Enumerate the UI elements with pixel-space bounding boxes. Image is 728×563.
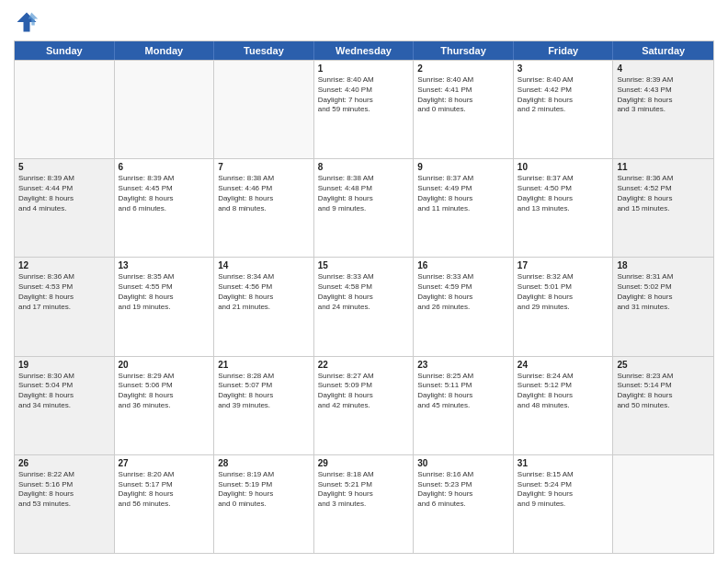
day-cell-15: 15Sunrise: 8:33 AM Sunset: 4:58 PM Dayli… — [314, 258, 415, 355]
cell-info: Sunrise: 8:39 AM Sunset: 4:43 PM Dayligh… — [617, 75, 710, 115]
day-number: 1 — [318, 63, 410, 74]
day-cell-9: 9Sunrise: 8:37 AM Sunset: 4:49 PM Daylig… — [414, 159, 514, 257]
day-number: 13 — [119, 260, 210, 270]
cell-info: Sunrise: 8:29 AM Sunset: 5:06 PM Dayligh… — [119, 372, 210, 411]
cell-info: Sunrise: 8:37 AM Sunset: 4:50 PM Dayligh… — [518, 174, 609, 213]
day-cell-29: 29Sunrise: 8:18 AM Sunset: 5:21 PM Dayli… — [314, 455, 415, 553]
day-cell-3: 3Sunrise: 8:40 AM Sunset: 4:42 PM Daylig… — [514, 61, 614, 158]
day-cell-28: 28Sunrise: 8:19 AM Sunset: 5:19 PM Dayli… — [214, 455, 314, 553]
day-number: 22 — [318, 360, 410, 370]
logo — [14, 9, 43, 35]
header-cell-monday: Monday — [115, 41, 215, 60]
day-cell-14: 14Sunrise: 8:34 AM Sunset: 4:56 PM Dayli… — [214, 258, 314, 355]
day-cell-4: 4Sunrise: 8:39 AM Sunset: 4:43 PM Daylig… — [613, 61, 713, 158]
day-number: 25 — [617, 360, 710, 370]
cell-info: Sunrise: 8:38 AM Sunset: 4:46 PM Dayligh… — [218, 174, 310, 213]
cell-info: Sunrise: 8:39 AM Sunset: 4:45 PM Dayligh… — [119, 174, 210, 213]
day-cell-17: 17Sunrise: 8:32 AM Sunset: 5:01 PM Dayli… — [514, 258, 614, 355]
day-cell-1: 1Sunrise: 8:40 AM Sunset: 4:40 PM Daylig… — [314, 61, 415, 158]
calendar-header: SundayMondayTuesdayWednesdayThursdayFrid… — [15, 41, 713, 60]
cell-info: Sunrise: 8:34 AM Sunset: 4:56 PM Dayligh… — [218, 272, 310, 312]
cell-info: Sunrise: 8:18 AM Sunset: 5:21 PM Dayligh… — [318, 470, 410, 510]
day-number: 20 — [119, 360, 210, 370]
cell-info: Sunrise: 8:24 AM Sunset: 5:12 PM Dayligh… — [518, 372, 609, 411]
cell-info: Sunrise: 8:30 AM Sunset: 5:04 PM Dayligh… — [18, 372, 110, 411]
cell-info: Sunrise: 8:15 AM Sunset: 5:24 PM Dayligh… — [518, 470, 609, 510]
cell-info: Sunrise: 8:40 AM Sunset: 4:41 PM Dayligh… — [417, 75, 509, 115]
day-number: 3 — [518, 63, 609, 74]
empty-cell-0-1 — [115, 61, 215, 158]
day-cell-7: 7Sunrise: 8:38 AM Sunset: 4:46 PM Daylig… — [214, 159, 314, 257]
day-number: 18 — [617, 260, 710, 270]
day-cell-31: 31Sunrise: 8:15 AM Sunset: 5:24 PM Dayli… — [514, 455, 614, 553]
day-number: 21 — [218, 360, 310, 370]
cell-info: Sunrise: 8:22 AM Sunset: 5:16 PM Dayligh… — [18, 470, 110, 510]
cell-info: Sunrise: 8:23 AM Sunset: 5:14 PM Dayligh… — [617, 372, 710, 411]
day-number: 29 — [318, 458, 410, 468]
empty-cell-0-0 — [15, 61, 115, 158]
day-number: 9 — [417, 162, 509, 172]
cell-info: Sunrise: 8:32 AM Sunset: 5:01 PM Dayligh… — [518, 272, 609, 312]
day-number: 17 — [518, 260, 609, 270]
cell-info: Sunrise: 8:16 AM Sunset: 5:23 PM Dayligh… — [417, 470, 509, 510]
day-number: 14 — [218, 260, 310, 270]
day-cell-19: 19Sunrise: 8:30 AM Sunset: 5:04 PM Dayli… — [15, 357, 115, 454]
cell-info: Sunrise: 8:36 AM Sunset: 4:53 PM Dayligh… — [18, 272, 110, 312]
day-number: 10 — [518, 162, 609, 172]
day-number: 6 — [119, 162, 210, 172]
empty-cell-4-6 — [613, 455, 713, 553]
header — [14, 9, 714, 35]
header-cell-sunday: Sunday — [15, 41, 115, 60]
day-cell-12: 12Sunrise: 8:36 AM Sunset: 4:53 PM Dayli… — [15, 258, 115, 355]
calendar-row-3: 19Sunrise: 8:30 AM Sunset: 5:04 PM Dayli… — [15, 356, 713, 454]
day-cell-2: 2Sunrise: 8:40 AM Sunset: 4:41 PM Daylig… — [414, 61, 514, 158]
day-cell-10: 10Sunrise: 8:37 AM Sunset: 4:50 PM Dayli… — [514, 159, 614, 257]
day-number: 7 — [218, 162, 310, 172]
cell-info: Sunrise: 8:38 AM Sunset: 4:48 PM Dayligh… — [318, 174, 410, 213]
cell-info: Sunrise: 8:35 AM Sunset: 4:55 PM Dayligh… — [119, 272, 210, 312]
day-number: 11 — [617, 162, 710, 172]
cell-info: Sunrise: 8:40 AM Sunset: 4:42 PM Dayligh… — [518, 75, 609, 115]
empty-cell-0-2 — [214, 61, 314, 158]
header-cell-friday: Friday — [514, 41, 614, 60]
day-number: 26 — [18, 458, 110, 468]
cell-info: Sunrise: 8:39 AM Sunset: 4:44 PM Dayligh… — [18, 174, 110, 213]
day-number: 31 — [518, 458, 609, 468]
calendar-row-1: 5Sunrise: 8:39 AM Sunset: 4:44 PM Daylig… — [15, 158, 713, 257]
cell-info: Sunrise: 8:33 AM Sunset: 4:59 PM Dayligh… — [417, 272, 509, 312]
day-cell-13: 13Sunrise: 8:35 AM Sunset: 4:55 PM Dayli… — [115, 258, 215, 355]
day-number: 16 — [417, 260, 509, 270]
day-number: 27 — [119, 458, 210, 468]
day-cell-23: 23Sunrise: 8:25 AM Sunset: 5:11 PM Dayli… — [414, 357, 514, 454]
day-cell-21: 21Sunrise: 8:28 AM Sunset: 5:07 PM Dayli… — [214, 357, 314, 454]
day-number: 15 — [318, 260, 410, 270]
day-number: 8 — [318, 162, 410, 172]
page: SundayMondayTuesdayWednesdayThursdayFrid… — [0, 0, 728, 563]
header-cell-saturday: Saturday — [613, 41, 713, 60]
header-cell-thursday: Thursday — [414, 41, 514, 60]
day-cell-30: 30Sunrise: 8:16 AM Sunset: 5:23 PM Dayli… — [414, 455, 514, 553]
day-number: 30 — [417, 458, 509, 468]
calendar-row-2: 12Sunrise: 8:36 AM Sunset: 4:53 PM Dayli… — [15, 257, 713, 355]
day-cell-27: 27Sunrise: 8:20 AM Sunset: 5:17 PM Dayli… — [115, 455, 215, 553]
day-cell-22: 22Sunrise: 8:27 AM Sunset: 5:09 PM Dayli… — [314, 357, 415, 454]
calendar-row-4: 26Sunrise: 8:22 AM Sunset: 5:16 PM Dayli… — [15, 454, 713, 553]
cell-info: Sunrise: 8:36 AM Sunset: 4:52 PM Dayligh… — [617, 174, 710, 213]
day-number: 12 — [18, 260, 110, 270]
day-cell-25: 25Sunrise: 8:23 AM Sunset: 5:14 PM Dayli… — [613, 357, 713, 454]
day-cell-20: 20Sunrise: 8:29 AM Sunset: 5:06 PM Dayli… — [115, 357, 215, 454]
calendar: SundayMondayTuesdayWednesdayThursdayFrid… — [14, 40, 714, 554]
day-number: 23 — [417, 360, 509, 370]
cell-info: Sunrise: 8:25 AM Sunset: 5:11 PM Dayligh… — [417, 372, 509, 411]
cell-info: Sunrise: 8:28 AM Sunset: 5:07 PM Dayligh… — [218, 372, 310, 411]
day-number: 4 — [617, 63, 710, 74]
cell-info: Sunrise: 8:40 AM Sunset: 4:40 PM Dayligh… — [318, 75, 410, 115]
day-cell-5: 5Sunrise: 8:39 AM Sunset: 4:44 PM Daylig… — [15, 159, 115, 257]
day-cell-6: 6Sunrise: 8:39 AM Sunset: 4:45 PM Daylig… — [115, 159, 215, 257]
day-cell-8: 8Sunrise: 8:38 AM Sunset: 4:48 PM Daylig… — [314, 159, 415, 257]
cell-info: Sunrise: 8:33 AM Sunset: 4:58 PM Dayligh… — [318, 272, 410, 312]
header-cell-tuesday: Tuesday — [214, 41, 314, 60]
day-number: 5 — [18, 162, 110, 172]
cell-info: Sunrise: 8:37 AM Sunset: 4:49 PM Dayligh… — [417, 174, 509, 213]
logo-icon — [14, 9, 40, 35]
